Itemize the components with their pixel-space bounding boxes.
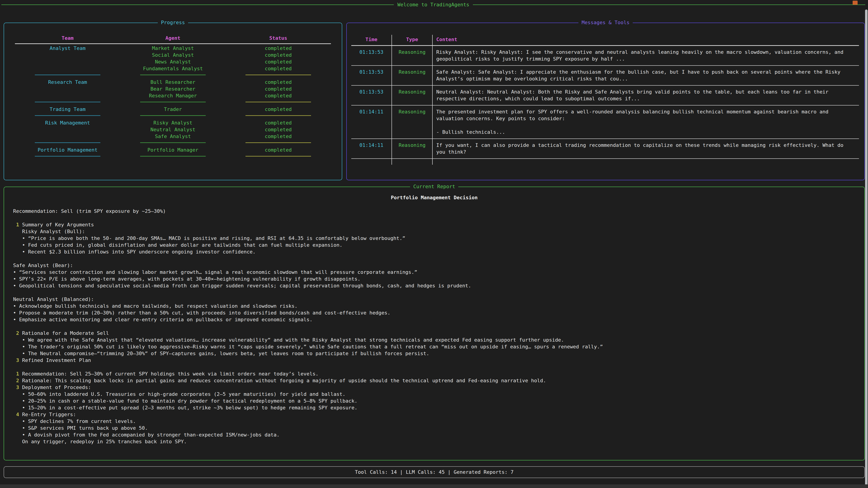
progress-row: Research Managercompleted	[15, 92, 331, 99]
report-line: • Fed cuts priced in, global disinflatio…	[13, 242, 855, 249]
report-line-text: Deployment of Proceeds:	[22, 385, 91, 390]
report-line-text: Geopolitical tensions and speculative so…	[19, 283, 471, 289]
separator-cell	[15, 113, 120, 120]
rule-line-left	[1, 4, 394, 5]
report-line-number: 1	[16, 222, 22, 228]
separator-line	[246, 142, 311, 143]
report-line-text: Rationale: This scaling back locks in pa…	[22, 378, 546, 383]
status-cell: completed	[225, 133, 331, 140]
team-cell	[15, 92, 120, 99]
team-cell	[15, 86, 120, 92]
status-cell: completed	[225, 106, 331, 113]
report-line: • A dovish pivot from the Fed accompanie…	[13, 431, 855, 438]
welcome-rule: Welcome to TradingAgents	[1, 1, 865, 8]
report-heading: Portfolio Management Decision	[13, 194, 855, 201]
report-line-text: Neutral Analyst (Balanced):	[13, 296, 94, 302]
message-content: The presented investment plan for SPY of…	[433, 105, 859, 139]
progress-table-body: Analyst TeamMarket AnalystcompletedSocia…	[15, 45, 331, 160]
report-line-text	[13, 364, 16, 370]
report-line	[13, 215, 855, 221]
status-cell: completed	[225, 45, 331, 52]
report-bullet: •	[13, 303, 19, 309]
progress-group-separator	[15, 140, 331, 147]
report-line-text: “Services sector contraction and slowing…	[19, 269, 417, 275]
footer-stats-bar: Tool Calls: 14 | LLM Calls: 45 | Generat…	[4, 466, 865, 478]
message-time: 01:14:11	[351, 139, 392, 159]
report-line-text: Safe Analyst (Bear):	[13, 263, 73, 268]
message-type: Reasoning	[392, 46, 433, 66]
report-line: • Emphasize active monitoring and clear …	[13, 316, 855, 323]
report-bullet: •	[22, 249, 28, 255]
message-type: Reasoning	[392, 66, 433, 86]
report-bullet: •	[22, 405, 28, 411]
separator-cell	[225, 113, 331, 120]
report-line: • SPY declines 7% from current levels.	[13, 418, 855, 425]
message-time: 01:14:11	[351, 105, 392, 139]
message-time: 01:13:53	[351, 66, 392, 86]
message-time: 01:13:53	[351, 46, 392, 66]
report-line: • Acknowledge bullish technicals and mac…	[13, 303, 855, 310]
progress-column-agent: Agent	[120, 35, 225, 41]
report-panel: Current Report Portfolio Management Deci…	[4, 187, 865, 460]
report-line-text: Recent $2.3 billion inflows into SPY und…	[28, 249, 256, 255]
separator-line	[35, 115, 100, 116]
report-panel-title: Current Report	[410, 183, 458, 190]
separator-cell	[225, 72, 331, 79]
report-bullet: •	[22, 337, 28, 343]
agent-cell: Trader	[120, 106, 225, 113]
window-bottom-edge	[0, 484, 868, 488]
team-cell	[15, 133, 120, 140]
team-cell	[15, 59, 120, 65]
messages-table: Time Type Content 01:13:53ReasoningRisky…	[351, 35, 859, 165]
report-line: On any trigger, redeploy in 25% tranches…	[13, 438, 855, 445]
report-bullet: •	[13, 310, 19, 316]
report-line-text: S&P services PMI turns back up above 50.	[28, 425, 148, 431]
report-line	[13, 323, 855, 330]
report-line: • 50–60% into laddered U.S. Treasuries o…	[13, 391, 855, 398]
message-content: Neutral Analyst: Neutral Analyst: Both t…	[433, 86, 859, 105]
team-cell: Research Team	[15, 79, 120, 86]
report-line-number: 3	[16, 385, 22, 390]
messages-panel: Messages & Tools Time Type Content 01:13…	[346, 23, 865, 180]
separator-line	[35, 142, 100, 143]
status-cell: completed	[225, 65, 331, 72]
report-line-text: The trader’s original 50% cut is likely …	[28, 344, 603, 350]
report-line: Risky Analyst (Bull):	[13, 228, 855, 235]
status-cell: completed	[225, 86, 331, 92]
separator-cell	[225, 99, 331, 106]
separator-line	[140, 156, 206, 157]
status-cell: completed	[225, 92, 331, 99]
team-cell: Analyst Team	[15, 45, 120, 52]
report-line: • SPY’s 22× P/E is above long-term avera…	[13, 275, 855, 283]
scrollbar-thumb[interactable]	[865, 9, 868, 486]
footer-stats-text: Tool Calls: 14 | LLM Calls: 45 | Generat…	[355, 469, 514, 476]
progress-table-header: Team Agent Status	[15, 35, 331, 44]
message-phantom-cell	[351, 159, 392, 165]
report-bullet: •	[22, 235, 28, 241]
separator-cell	[15, 140, 120, 147]
report-line-number: 2	[16, 330, 22, 336]
status-cell: completed	[225, 147, 331, 153]
report-line: 2 Rationale: This scaling back locks in …	[13, 377, 855, 384]
report-line: • The trader’s original 50% cut is likel…	[13, 344, 855, 350]
report-line-text: Propose a moderate trim (20–30%) rather …	[19, 310, 391, 316]
report-line-text	[13, 324, 16, 329]
report-line: • “Services sector contraction and slowi…	[13, 269, 855, 275]
report-line: Recommendation: Sell (trim SPY exposure …	[13, 208, 855, 215]
team-cell: Portfolio Management	[15, 147, 120, 153]
message-phantom-cell	[433, 159, 859, 165]
report-line: • We agree with the Safe Analyst that “e…	[13, 337, 855, 344]
report-line-text: A dovish pivot from the Fed accompanied …	[28, 432, 280, 437]
progress-row: News Analystcompleted	[15, 59, 331, 65]
report-bullet: •	[22, 344, 28, 350]
report-line-text: SPY declines 7% from current levels.	[28, 418, 136, 424]
report-line-text: Refined Investment Plan	[22, 357, 91, 363]
report-line: • 15–20% in a cost-effective put spread …	[13, 404, 855, 411]
messages-panel-title: Messages & Tools	[579, 19, 633, 26]
report-line-text: SPY’s 22× P/E is above long-term average…	[19, 276, 361, 282]
report-bullet: •	[22, 351, 28, 356]
agent-cell: News Analyst	[120, 59, 225, 65]
report-line: Neutral Analyst (Balanced):	[13, 296, 855, 303]
separator-cell	[15, 153, 120, 160]
separator-cell	[15, 99, 120, 106]
